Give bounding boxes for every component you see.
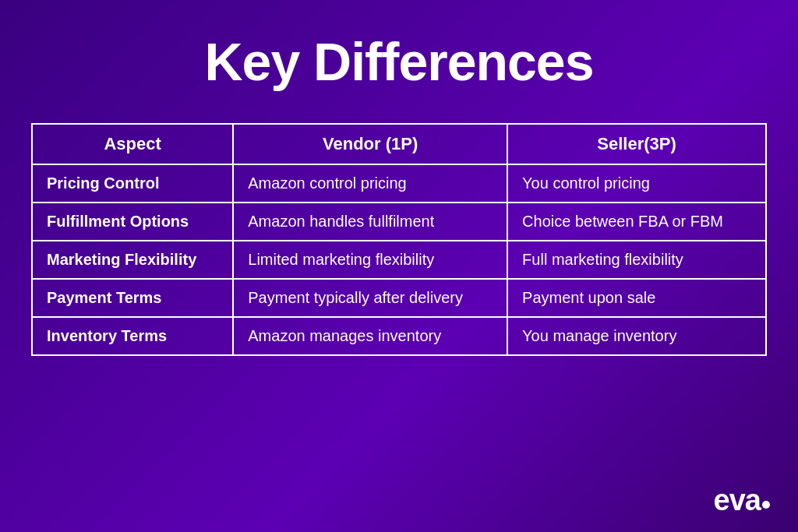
cell-vendor: Payment typically after delivery [233,279,507,317]
logo-text: eva [714,485,761,515]
table-header-row: Aspect Vendor (1P) Seller(3P) [32,124,766,164]
cell-seller: Full marketing flexibility [507,241,766,279]
comparison-table-wrapper: Aspect Vendor (1P) Seller(3P) Pricing Co… [31,123,767,356]
page-title: Key Differences [204,31,593,92]
logo: eva [714,485,770,515]
cell-aspect: Marketing Flexibility [32,241,233,279]
table-row: Pricing ControlAmazon control pricingYou… [32,164,766,203]
cell-seller: You manage inventory [507,317,766,355]
cell-aspect: Payment Terms [32,279,233,317]
col-header-seller: Seller(3P) [507,124,766,164]
cell-seller: Payment upon sale [507,279,766,317]
cell-aspect: Fulfillment Options [32,203,233,241]
table-row: Inventory TermsAmazon manages inventoryY… [32,317,766,355]
table-row: Marketing FlexibilityLimited marketing f… [32,241,766,279]
cell-seller: Choice between FBA or FBM [507,203,766,241]
cell-seller: You control pricing [507,164,766,203]
cell-vendor: Amazon control pricing [233,164,507,203]
col-header-aspect: Aspect [32,124,233,164]
cell-vendor: Amazon handles fullfilment [233,203,507,241]
table-row: Fulfillment OptionsAmazon handles fullfi… [32,203,766,241]
table-row: Payment TermsPayment typically after del… [32,279,766,317]
cell-vendor: Limited marketing flexibility [233,241,507,279]
logo-dot [762,501,770,509]
col-header-vendor: Vendor (1P) [233,124,507,164]
cell-vendor: Amazon manages inventory [233,317,507,355]
comparison-table: Aspect Vendor (1P) Seller(3P) Pricing Co… [31,123,767,356]
cell-aspect: Pricing Control [32,164,233,203]
cell-aspect: Inventory Terms [32,317,233,355]
